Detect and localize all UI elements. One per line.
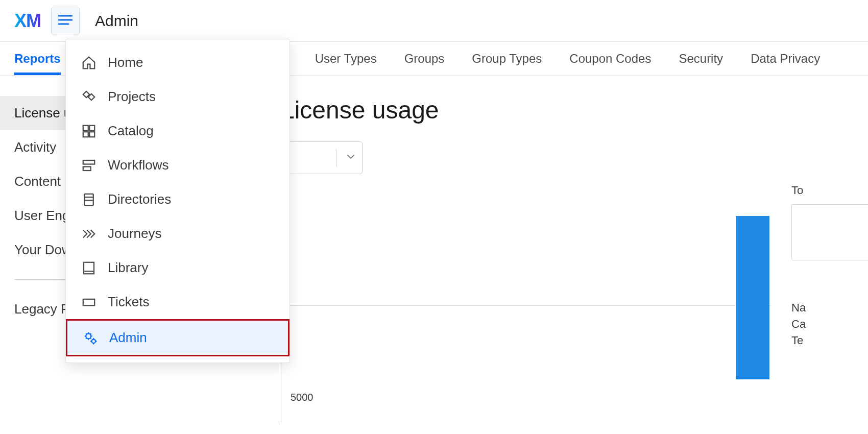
logo[interactable]: XM xyxy=(14,10,41,32)
library-icon xyxy=(81,260,97,276)
tab-data-privacy[interactable]: Data Privacy xyxy=(751,42,820,75)
chevron-down-icon xyxy=(346,152,356,164)
nav-item-label: Home xyxy=(108,55,143,70)
main-heading: License usage xyxy=(281,96,868,124)
workflows-icon xyxy=(81,158,97,173)
chart-ytick: 5000 xyxy=(291,392,314,403)
hamburger-icon xyxy=(58,14,73,28)
home-icon xyxy=(81,55,97,70)
svg-rect-7 xyxy=(83,160,95,164)
tab-group-types[interactable]: Group Types xyxy=(472,42,542,75)
nav-item-label: Directories xyxy=(108,191,171,207)
svg-rect-5 xyxy=(83,132,88,137)
nav-item-projects[interactable]: Projects xyxy=(66,80,290,114)
nav-item-admin[interactable]: Admin xyxy=(66,319,290,356)
svg-rect-6 xyxy=(89,132,94,137)
chart-gridline xyxy=(281,305,771,306)
catalog-icon xyxy=(81,124,97,139)
directories-icon xyxy=(81,192,97,207)
nav-item-library[interactable]: Library xyxy=(66,251,290,285)
svg-rect-8 xyxy=(83,166,91,171)
nav-item-journeys[interactable]: Journeys xyxy=(66,216,290,251)
tab-security[interactable]: Security xyxy=(679,42,723,75)
nav-item-label: Journeys xyxy=(108,226,162,242)
svg-point-12 xyxy=(92,339,96,343)
nav-item-label: Projects xyxy=(108,89,156,105)
nav-item-label: Workflows xyxy=(108,157,168,173)
usage-chart: 5000 xyxy=(281,219,868,423)
nav-item-directories[interactable]: Directories xyxy=(66,182,290,216)
tab-coupon-codes[interactable]: Coupon Codes xyxy=(569,42,651,75)
nav-item-catalog[interactable]: Catalog xyxy=(66,114,290,148)
main-menu-button[interactable] xyxy=(51,7,80,35)
chart-bar xyxy=(736,216,769,379)
tab-reports[interactable]: Reports xyxy=(14,42,61,75)
tickets-icon xyxy=(81,295,97,310)
nav-item-label: Catalog xyxy=(108,123,154,139)
nav-item-label: Tickets xyxy=(108,294,149,310)
projects-icon xyxy=(81,89,97,105)
main-nav-menu: Home Projects Catalog Workflows Director… xyxy=(65,39,290,363)
admin-icon xyxy=(83,330,98,346)
nav-item-label: Admin xyxy=(109,330,147,346)
tab-user-types[interactable]: User Types xyxy=(315,42,377,75)
svg-rect-3 xyxy=(83,125,88,130)
page-title: Admin xyxy=(95,12,138,30)
filter-dropdown[interactable] xyxy=(281,141,363,174)
nav-item-tickets[interactable]: Tickets xyxy=(66,285,290,319)
nav-item-home[interactable]: Home xyxy=(66,45,290,80)
nav-item-label: Library xyxy=(108,260,148,276)
journeys-icon xyxy=(81,226,97,242)
tab-groups[interactable]: Groups xyxy=(404,42,445,75)
dropdown-separator xyxy=(336,149,336,166)
svg-rect-9 xyxy=(84,262,94,274)
svg-rect-4 xyxy=(89,125,94,130)
nav-item-workflows[interactable]: Workflows xyxy=(66,148,290,182)
